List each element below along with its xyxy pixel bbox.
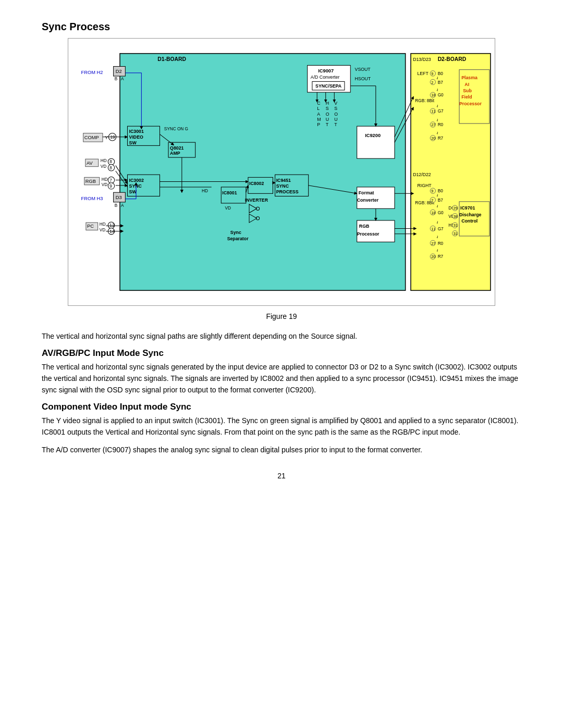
- svg-text:G0: G0: [438, 211, 444, 215]
- svg-text:FROM H3: FROM H3: [81, 196, 103, 201]
- svg-text:D2-BOARD: D2-BOARD: [438, 56, 467, 62]
- svg-text:IC9200: IC9200: [365, 133, 381, 138]
- svg-text:2: 2: [431, 80, 433, 85]
- svg-text:D2: D2: [116, 69, 122, 74]
- svg-text:Plasma: Plasma: [461, 75, 478, 80]
- svg-text:P: P: [317, 122, 320, 127]
- svg-text:VD: VD: [101, 164, 107, 169]
- svg-text:7: 7: [109, 178, 112, 183]
- svg-text:SYNC: SYNC: [276, 183, 289, 189]
- svg-text:Q8021: Q8021: [170, 145, 183, 151]
- svg-text:R0: R0: [438, 122, 444, 127]
- svg-text:A: A: [317, 112, 320, 117]
- svg-text:L: L: [317, 106, 320, 111]
- svg-text:~: ~: [435, 236, 440, 238]
- svg-text:COMP: COMP: [84, 135, 99, 140]
- svg-text:U: U: [326, 117, 329, 122]
- svg-text:HD: HD: [100, 222, 106, 227]
- svg-text:HD: HD: [202, 189, 208, 193]
- svg-text:19: 19: [110, 135, 115, 140]
- svg-text:IC8001: IC8001: [222, 190, 237, 195]
- svg-text:IC3001: IC3001: [129, 129, 144, 134]
- svg-text:29: 29: [454, 206, 458, 211]
- svg-text:20: 20: [431, 136, 435, 141]
- svg-text:B7: B7: [438, 198, 444, 203]
- svg-text:G0: G0: [438, 93, 444, 97]
- svg-rect-0: [120, 54, 406, 291]
- svg-text:FROM H2: FROM H2: [81, 70, 103, 75]
- svg-text:IC9701: IC9701: [460, 205, 475, 211]
- svg-text:R7: R7: [438, 254, 444, 259]
- svg-text:B: B: [115, 77, 118, 81]
- section3-title: Component Video Input mode Sync: [42, 402, 521, 412]
- svg-text:R0: R0: [438, 241, 444, 246]
- svg-text:H: H: [326, 101, 329, 106]
- svg-text:27: 27: [431, 122, 435, 127]
- svg-text:O: O: [334, 112, 338, 117]
- svg-text:INVERTER: INVERTER: [245, 198, 268, 203]
- svg-rect-94: [357, 126, 395, 158]
- svg-text:B: B: [115, 203, 118, 208]
- svg-text:~: ~: [435, 221, 440, 224]
- svg-text:S: S: [326, 106, 329, 111]
- svg-text:SYNC/SEPA: SYNC/SEPA: [315, 83, 342, 89]
- svg-text:8: 8: [109, 166, 112, 170]
- svg-text:RIGHT: RIGHT: [417, 183, 432, 188]
- svg-text:20: 20: [431, 254, 435, 259]
- svg-text:D12/D22: D12/D22: [413, 172, 431, 177]
- svg-text:A: A: [121, 77, 124, 81]
- svg-text:18: 18: [431, 211, 435, 215]
- svg-text:RGB: RGB: [359, 224, 369, 229]
- section2-title: AV/RGB/PC Input Mode Sync: [42, 348, 521, 359]
- svg-text:D3: D3: [116, 195, 122, 200]
- svg-text:~: ~: [435, 249, 440, 252]
- svg-text:~: ~: [435, 205, 440, 207]
- svg-text:G7: G7: [438, 227, 444, 231]
- svg-text:D1-BOARD: D1-BOARD: [157, 56, 186, 62]
- svg-text:9: 9: [431, 189, 433, 193]
- svg-text:IC9451: IC9451: [276, 178, 291, 183]
- svg-text:VIDEO: VIDEO: [129, 134, 143, 140]
- svg-text:HSOUT: HSOUT: [355, 76, 371, 81]
- svg-text:38: 38: [454, 214, 458, 219]
- svg-text:2: 2: [431, 198, 433, 203]
- svg-text:U: U: [334, 117, 337, 122]
- svg-text:~: ~: [435, 105, 440, 107]
- svg-text:IC8002: IC8002: [249, 181, 264, 186]
- svg-text:VSOUT: VSOUT: [355, 67, 371, 72]
- svg-text:R7: R7: [438, 136, 444, 141]
- svg-text:9: 9: [431, 71, 433, 76]
- svg-text:T: T: [326, 122, 329, 127]
- svg-text:AMP: AMP: [170, 151, 180, 156]
- svg-text:Separator: Separator: [227, 236, 249, 241]
- svg-text:G7: G7: [438, 109, 444, 114]
- diagram-container: D1-BOARD D2-BOARD FROM H2 D2 B A FROM H3…: [68, 38, 495, 306]
- svg-text:Discharge: Discharge: [459, 212, 482, 217]
- svg-text:~: ~: [435, 77, 440, 79]
- svg-text:SW: SW: [129, 140, 137, 145]
- svg-text:VD: VD: [225, 206, 231, 211]
- svg-text:O: O: [326, 112, 329, 117]
- svg-text:Processor: Processor: [357, 231, 380, 237]
- paragraph-2: The vertical and horizontal sync signals…: [42, 362, 521, 396]
- figure-caption: Figure 19: [42, 311, 521, 323]
- svg-text:PC: PC: [87, 224, 94, 229]
- svg-text:11: 11: [431, 109, 435, 114]
- svg-text:PROCESS: PROCESS: [276, 189, 299, 194]
- svg-text:Converter: Converter: [357, 198, 379, 203]
- svg-text:Sub: Sub: [463, 88, 472, 93]
- svg-text:RGB: 8Bit: RGB: 8Bit: [415, 98, 434, 103]
- page-title: Sync Process: [42, 21, 521, 33]
- svg-text:B7: B7: [438, 80, 444, 85]
- svg-text:D13/D23: D13/D23: [413, 57, 431, 62]
- svg-text:Format: Format: [359, 190, 374, 195]
- svg-text:SYNC: SYNC: [129, 183, 142, 189]
- svg-text:V: V: [334, 101, 337, 106]
- paragraph-3: The Y video signal is applied to an inpu…: [42, 415, 521, 438]
- svg-text:Y: Y: [105, 135, 108, 140]
- svg-text:C: C: [317, 101, 320, 106]
- svg-text:SYNC ON G: SYNC ON G: [164, 127, 188, 131]
- svg-text:VD: VD: [100, 228, 106, 232]
- svg-text:A: A: [121, 203, 124, 208]
- svg-text:HD: HD: [101, 158, 107, 163]
